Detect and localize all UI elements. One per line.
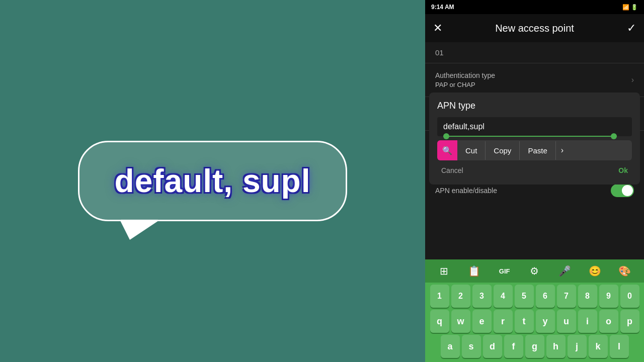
speech-bubble: default, supl	[78, 141, 348, 221]
more-button[interactable]: ›	[556, 141, 569, 160]
kb-key-w[interactable]: w	[451, 310, 470, 333]
kb-key-l[interactable]: l	[610, 335, 629, 358]
bubble-text: default, supl	[115, 162, 311, 200]
selection-line	[443, 136, 617, 137]
handle-left[interactable]	[443, 133, 449, 139]
cancel-button[interactable]: Cancel	[437, 164, 467, 176]
apn-input-text: default,supl	[443, 122, 485, 131]
auth-type-row[interactable]: Authentication type PAP or CHAP ›	[425, 63, 644, 97]
left-panel: default, supl	[0, 0, 425, 362]
kb-row-asdf: a s d f g h j k l	[426, 335, 643, 358]
cut-button[interactable]: Cut	[457, 141, 486, 160]
popup-bottom: Cancel Ok	[437, 164, 632, 176]
kb-key-g[interactable]: g	[525, 335, 544, 358]
context-search-icon[interactable]: 🔍	[437, 140, 457, 160]
kb-key-1[interactable]: 1	[430, 285, 449, 308]
handle-right[interactable]	[611, 133, 617, 139]
auth-type-value: PAP or CHAP	[435, 81, 631, 88]
kb-key-o[interactable]: o	[599, 310, 618, 333]
copy-button[interactable]: Copy	[486, 141, 520, 160]
kb-key-h[interactable]: h	[546, 335, 566, 358]
toggle-label: APN enable/disable	[435, 187, 497, 195]
keyboard-tool-theme[interactable]: 🎨	[616, 262, 634, 280]
status-icons: 📶 🔋	[622, 4, 638, 11]
keyboard-toolbar: ⊞ 📋 GIF ⚙ 🎤 😊 🎨	[425, 259, 644, 283]
kb-key-5[interactable]: 5	[515, 285, 534, 308]
keyboard: ⊞ 📋 GIF ⚙ 🎤 😊 🎨 1 2 3 4 5 6 7 8 9 0	[425, 259, 644, 362]
kb-key-i[interactable]: i	[578, 310, 597, 333]
kb-key-s[interactable]: s	[462, 335, 481, 358]
kb-key-e[interactable]: e	[472, 310, 492, 333]
kb-key-j[interactable]: j	[568, 335, 587, 358]
kb-key-q[interactable]: q	[430, 310, 449, 333]
kb-key-8[interactable]: 8	[578, 285, 597, 308]
context-menu: 🔍 Cut Copy Paste ›	[437, 140, 632, 160]
kb-key-r[interactable]: r	[494, 310, 513, 333]
check-icon[interactable]: ✓	[627, 22, 636, 35]
apn-type-popup: APN type default,supl 🔍 Cut Copy Paste ›…	[429, 93, 640, 185]
popup-title: APN type	[437, 101, 632, 111]
kb-key-k[interactable]: k	[589, 335, 608, 358]
paste-button[interactable]: Paste	[520, 141, 555, 160]
ok-button[interactable]: Ok	[614, 164, 632, 176]
kb-key-t[interactable]: t	[515, 310, 534, 333]
field-id: 01	[425, 42, 644, 63]
kb-key-9[interactable]: 9	[599, 285, 618, 308]
close-icon[interactable]: ✕	[433, 22, 442, 35]
kb-key-3[interactable]: 3	[472, 285, 492, 308]
auth-type-label: Authentication type	[435, 71, 631, 79]
kb-key-p[interactable]: p	[620, 310, 639, 333]
auth-type-chevron: ›	[631, 75, 634, 84]
keyboard-tool-mic[interactable]: 🎤	[555, 262, 574, 280]
content-area: 01 Authentication type PAP or CHAP › APN…	[425, 42, 644, 259]
kb-key-u[interactable]: u	[557, 310, 576, 333]
apn-input-field[interactable]: default,supl	[437, 117, 632, 136]
keyboard-tool-clipboard[interactable]: 📋	[465, 262, 484, 280]
kb-key-f[interactable]: f	[504, 335, 523, 358]
toggle-knob	[622, 185, 633, 196]
phone-panel: 9:14 AM 📶 🔋 ✕ New access point ✓ 01 Auth…	[425, 0, 644, 362]
keyboard-tool-emoji[interactable]: 😊	[586, 262, 604, 280]
kb-key-a[interactable]: a	[441, 335, 460, 358]
kb-key-6[interactable]: 6	[536, 285, 555, 308]
keyboard-tool-grid[interactable]: ⊞	[435, 262, 453, 280]
kb-key-2[interactable]: 2	[451, 285, 470, 308]
top-nav: ✕ New access point ✓	[425, 14, 644, 42]
kb-key-d[interactable]: d	[483, 335, 502, 358]
kb-key-0[interactable]: 0	[620, 285, 639, 308]
keyboard-rows: 1 2 3 4 5 6 7 8 9 0 q w e r t y u i	[425, 283, 644, 362]
keyboard-tool-settings[interactable]: ⚙	[525, 262, 543, 280]
kb-key-7[interactable]: 7	[557, 285, 576, 308]
status-bar: 9:14 AM 📶 🔋	[425, 0, 644, 14]
nav-title: New access point	[495, 23, 574, 34]
kb-key-y[interactable]: y	[536, 310, 555, 333]
toggle-switch[interactable]	[611, 184, 634, 197]
kb-row-numbers: 1 2 3 4 5 6 7 8 9 0	[426, 285, 643, 308]
status-time: 9:14 AM	[431, 4, 454, 11]
kb-row-qwerty: q w e r t y u i o p	[426, 310, 643, 333]
keyboard-tool-gif[interactable]: GIF	[496, 262, 514, 280]
kb-key-4[interactable]: 4	[494, 285, 513, 308]
